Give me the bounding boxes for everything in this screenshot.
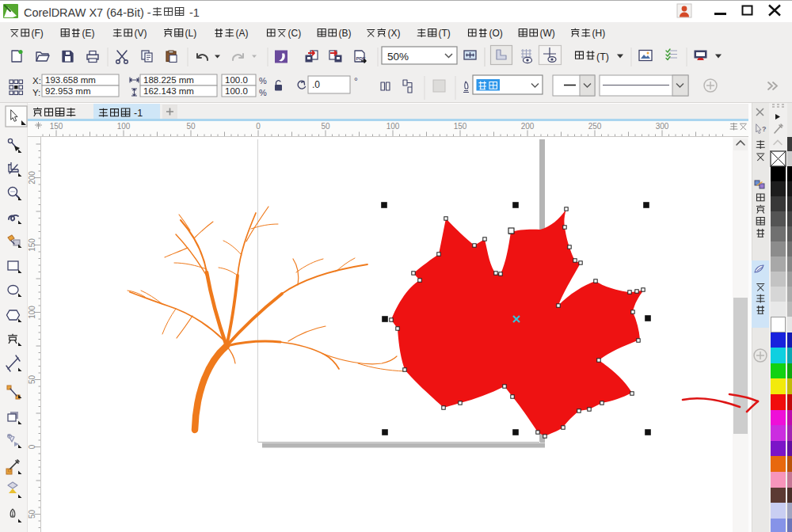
svg-text:200: 200 — [521, 122, 535, 131]
svg-text:50: 50 — [28, 375, 36, 385]
svg-text:(V): (V) — [135, 28, 147, 39]
svg-text:(B): (B) — [339, 28, 352, 39]
svg-text:X:: X: — [32, 76, 41, 86]
svg-text:50: 50 — [186, 122, 196, 131]
svg-text:(C): (C) — [288, 28, 302, 39]
svg-text:(X): (X) — [388, 28, 401, 39]
svg-text:50: 50 — [28, 510, 36, 519]
svg-text:150: 150 — [50, 122, 63, 131]
svg-text:200: 200 — [28, 171, 36, 184]
svg-text:(W): (W) — [540, 28, 555, 39]
svg-text:(F): (F) — [32, 28, 44, 39]
svg-text:(E): (E) — [82, 28, 95, 39]
svg-text:150: 150 — [454, 122, 467, 131]
svg-text:188.225 mm: 188.225 mm — [143, 75, 194, 85]
svg-text:Y:: Y: — [32, 88, 40, 97]
svg-text:162.143 mm: 162.143 mm — [143, 86, 194, 96]
svg-text:?: ? — [762, 125, 767, 133]
svg-text:0: 0 — [256, 122, 261, 131]
svg-text:(H): (H) — [592, 28, 606, 39]
svg-text:-1: -1 — [189, 6, 200, 19]
svg-text:%: % — [259, 88, 267, 97]
svg-text:(T): (T) — [596, 51, 609, 63]
svg-text:50: 50 — [321, 122, 330, 131]
svg-text:50%: 50% — [387, 51, 409, 63]
svg-text:193.658 mm: 193.658 mm — [45, 75, 96, 85]
svg-text:150: 150 — [28, 238, 36, 252]
svg-text:(A): (A) — [236, 28, 249, 39]
svg-text:(L): (L) — [185, 28, 197, 39]
svg-text:0: 0 — [28, 444, 36, 449]
svg-text:100: 100 — [386, 122, 400, 131]
svg-text:250: 250 — [588, 122, 602, 131]
svg-text:300: 300 — [656, 122, 669, 131]
svg-text:°: ° — [354, 76, 358, 87]
svg-text:100.0: 100.0 — [225, 75, 248, 85]
svg-text:92.953 mm: 92.953 mm — [45, 86, 91, 96]
svg-text:CorelDRAW X7 (64-Bit) -: CorelDRAW X7 (64-Bit) - — [24, 6, 151, 19]
svg-text:(T): (T) — [439, 28, 451, 39]
svg-text:100.0: 100.0 — [225, 86, 248, 96]
svg-text:(O): (O) — [489, 28, 503, 39]
svg-text:-1: -1 — [134, 108, 143, 119]
svg-text:100: 100 — [28, 306, 36, 319]
svg-text:.0: .0 — [312, 79, 320, 90]
svg-text:%: % — [259, 76, 267, 86]
svg-text:100: 100 — [117, 122, 131, 131]
